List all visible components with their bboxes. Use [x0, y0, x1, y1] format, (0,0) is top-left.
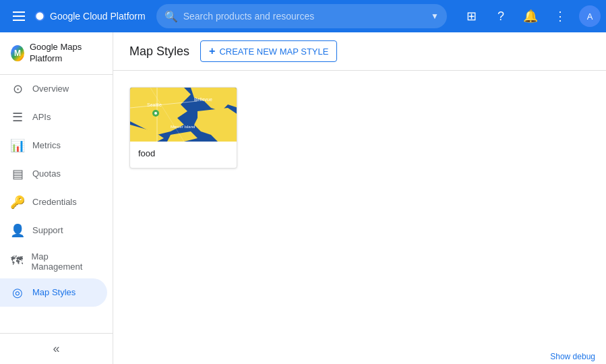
sidebar-item-map-styles[interactable]: ◎ Map Styles: [0, 278, 107, 307]
main-layout: M Google Maps Platform ⊙ Overview ☰ APIs…: [0, 0, 606, 364]
map-management-icon: 🗺: [11, 254, 23, 268]
map-style-card[interactable]: Seattle Bellevue Mercer Island food: [129, 87, 237, 169]
bottom-bar[interactable]: Show debug: [539, 349, 606, 364]
svg-text:Mercer Island: Mercer Island: [171, 125, 195, 129]
overview-icon: ⊙: [11, 82, 24, 96]
svg-text:Bellevue: Bellevue: [194, 97, 212, 102]
more-options-icon[interactable]: ⋮: [547, 3, 574, 30]
map-thumbnail-svg: Seattle Bellevue Mercer Island: [130, 88, 237, 142]
create-new-map-style-button[interactable]: + CREATE NEW MAP STYLE: [200, 40, 337, 62]
page-title: Map Styles: [129, 44, 189, 59]
sidebar-item-quotas-label: Quotas: [32, 169, 61, 179]
credentials-icon: 🔑: [11, 195, 24, 210]
support-icon: 👤: [11, 223, 24, 238]
avatar[interactable]: A: [579, 5, 601, 27]
sidebar-item-map-management-label: Map Management: [31, 251, 96, 272]
map-styles-icon: ◎: [11, 285, 24, 300]
topbar: Google Cloud Platform 🔍 ▼ ⊞ ? 🔔 ⋮ A: [0, 0, 606, 32]
sidebar-item-metrics-label: Metrics: [32, 140, 61, 150]
hamburger: [13, 11, 25, 21]
search-input[interactable]: [183, 11, 428, 22]
map-card-label: food: [130, 142, 237, 168]
sidebar-item-apis-label: APIs: [32, 112, 51, 122]
sidebar-item-apis[interactable]: ☰ APIs: [0, 103, 107, 131]
notifications-icon[interactable]: 🔔: [517, 3, 544, 30]
svg-text:Seattle: Seattle: [147, 102, 162, 107]
sidebar-item-overview-label: Overview: [32, 84, 69, 94]
sidebar-item-support-label: Support: [32, 225, 63, 235]
search-bar[interactable]: 🔍 ▼: [156, 4, 447, 28]
sidebar-bottom: «: [0, 333, 113, 364]
apps-icon[interactable]: ⊞: [458, 3, 485, 30]
metrics-icon: 📊: [11, 138, 24, 153]
maps-logo-icon: M: [11, 45, 24, 61]
sidebar-item-quotas[interactable]: ▤ Quotas: [0, 160, 107, 188]
help-icon[interactable]: ?: [487, 3, 514, 30]
sidebar-item-overview[interactable]: ⊙ Overview: [0, 75, 107, 103]
sidebar-item-credentials-label: Credentials: [32, 197, 77, 207]
topbar-actions: ⊞ ? 🔔 ⋮ A: [458, 3, 601, 30]
apis-icon: ☰: [11, 110, 24, 125]
svg-point-13: [154, 112, 157, 115]
map-thumbnail: Seattle Bellevue Mercer Island: [130, 88, 237, 142]
sidebar-item-credentials[interactable]: 🔑 Credentials: [0, 188, 107, 216]
sidebar-item-map-management[interactable]: 🗺 Map Management: [0, 245, 107, 278]
menu-icon[interactable]: [5, 3, 32, 30]
topbar-title: Google Cloud Platform: [50, 11, 146, 22]
search-dropdown-icon[interactable]: ▼: [431, 11, 439, 21]
topbar-logo-area: Google Cloud Platform: [32, 9, 146, 24]
content-area: Map Styles + CREATE NEW MAP STYLE: [113, 32, 606, 364]
sidebar-brand-text: Google Maps Platform: [30, 42, 102, 65]
quotas-icon: ▤: [11, 166, 24, 181]
sidebar-item-map-styles-label: Map Styles: [32, 287, 75, 297]
content-body: Seattle Bellevue Mercer Island food: [113, 71, 606, 364]
create-btn-label: CREATE NEW MAP STYLE: [219, 47, 328, 57]
sidebar-brand: M Google Maps Platform: [0, 32, 113, 75]
search-icon: 🔍: [164, 10, 178, 23]
sidebar-item-support[interactable]: 👤 Support: [0, 216, 107, 245]
cloud-logo-icon: [32, 9, 47, 24]
sidebar: M Google Maps Platform ⊙ Overview ☰ APIs…: [0, 32, 113, 364]
content-header: Map Styles + CREATE NEW MAP STYLE: [113, 32, 606, 71]
create-btn-icon: +: [209, 45, 215, 57]
collapse-sidebar-button[interactable]: «: [11, 342, 102, 356]
sidebar-item-metrics[interactable]: 📊 Metrics: [0, 131, 107, 160]
